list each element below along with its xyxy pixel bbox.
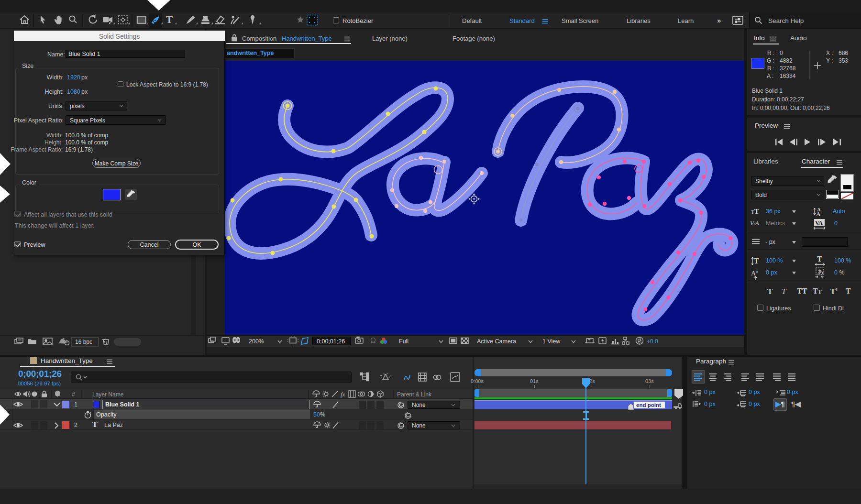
svg-text:T: T [166,14,173,25]
svg-text:Parent & Link: Parent & Link [397,391,432,398]
svg-text:16 bpc: 16 bpc [75,339,92,345]
svg-text:0;00;01;26: 0;00;01;26 [317,338,345,345]
svg-text:Active Camera: Active Camera [477,338,516,345]
svg-text:A: A [816,210,821,217]
svg-text:T: T [754,257,759,265]
svg-text:200%: 200% [249,338,264,345]
svg-text:Layer Name: Layer Name [92,391,124,398]
svg-text:Full: Full [399,338,408,345]
svg-text:T: T [817,255,822,263]
svg-text:1 View: 1 View [542,338,561,345]
svg-text:fx: fx [341,391,345,398]
svg-text:#: # [72,391,75,398]
svg-text:あ: あ [817,268,823,275]
svg-text:+0.0: +0.0 [647,338,658,345]
